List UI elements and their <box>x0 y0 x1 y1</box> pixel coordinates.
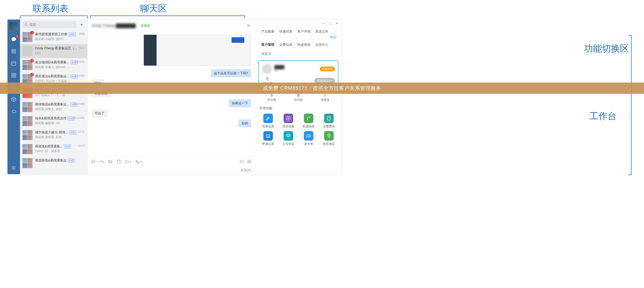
svg-rect-8 <box>12 76 13 77</box>
contact-item[interactable]: 佳美&易境通系统合作外部易境通-杨丽蓉: OK50分钟前 <box>20 114 87 128</box>
nav-contacts-icon[interactable] <box>11 48 17 55</box>
list-icon[interactable] <box>247 159 252 164</box>
add-member-icon[interactable] <box>247 24 251 28</box>
message-image[interactable] <box>144 35 251 66</box>
message-bubble: 这个品名可以改一下吗? <box>211 69 251 77</box>
send-button[interactable]: 发送(S) <box>240 168 251 172</box>
unread-badge: 1 <box>30 31 34 34</box>
tab-运费估算[interactable]: 运费估算 <box>277 41 295 48</box>
search-input[interactable]: 搜索 <box>23 22 76 28</box>
nav-chat-badge: 6 <box>16 35 19 38</box>
nav-chat-icon[interactable]: 6 <box>11 36 17 43</box>
stat-item[interactable]: 0待付款 <box>294 93 303 102</box>
bracket-side <box>628 35 631 175</box>
function-上传凭证[interactable]: 上传凭证 <box>279 131 298 146</box>
svg-rect-37 <box>327 117 330 120</box>
contact-avatar <box>23 158 33 168</box>
contact-time: 1分钟前 <box>75 60 85 64</box>
contact-item[interactable]: 1豪鸿易境通系统工作群外部易境通-吴端莹: [图片]刚刚 <box>20 30 87 44</box>
contact-name: 易非通达&易境通集运... <box>35 74 69 79</box>
contact-name: 易选路线&易境通集运 <box>35 158 67 163</box>
contact-avatar: 3 <box>23 60 33 70</box>
image-icon[interactable] <box>108 159 113 164</box>
tab-自定义[interactable]: 自定义 <box>259 50 274 57</box>
function-完善信息[interactable]: 完善信息 <box>258 114 278 129</box>
svg-rect-9 <box>14 76 16 77</box>
function-轨迹追踪[interactable]: 轨迹追踪 <box>299 114 318 129</box>
nav-box-icon[interactable] <box>11 96 17 103</box>
stat-item[interactable]: 0待签收 <box>321 93 330 102</box>
contact-item[interactable]: 易派送&易境通集...外部GARY: 好，我看看14:57 <box>20 142 87 156</box>
svg-point-36 <box>309 117 310 117</box>
send-row: 发送(S) <box>88 166 255 174</box>
contact-time: 14:57 <box>78 144 85 147</box>
svg-point-21 <box>94 161 94 161</box>
calc-icon <box>324 114 334 123</box>
collapse-button[interactable]: 收起 ^ <box>330 35 338 39</box>
functions-title: 常用功能 <box>255 105 341 112</box>
pin-icon <box>324 131 334 141</box>
member-name: ████ <box>274 65 317 69</box>
doc-icon[interactable] <box>117 159 121 164</box>
emoji-icon[interactable] <box>91 159 96 164</box>
svg-rect-1 <box>14 50 16 51</box>
my-avatar[interactable] <box>10 22 18 31</box>
phone-icon[interactable]: ▾ <box>135 159 142 164</box>
tab-运营中心[interactable]: 运营中心 <box>313 41 331 48</box>
svg-rect-40 <box>307 135 310 137</box>
contact-list[interactable]: 1豪鸿易境通系统工作群外部易境通-吴端莹: [图片]刚刚Cindy Cheng-… <box>20 30 87 174</box>
contact-item[interactable]: 3速达猫国际&易境通集...外部易境通-张佩儿: @llooll …1分钟前 <box>20 58 87 72</box>
tab-跟进记录[interactable]: 跟进记录 <box>313 28 331 35</box>
quote-icon[interactable] <box>240 159 244 164</box>
contact-avatar <box>23 46 33 56</box>
contact-tag: 外部 <box>68 159 75 162</box>
bracket-chat <box>90 16 245 19</box>
svg-rect-0 <box>12 50 14 51</box>
maximize-button[interactable]: □ <box>329 21 331 25</box>
close-button[interactable]: ✕ <box>335 21 338 25</box>
function-添加包裹[interactable]: 添加包裹 <box>279 114 298 129</box>
add-button[interactable]: + <box>78 22 85 28</box>
function-label: 完善信息 <box>262 124 274 129</box>
nav-apps-icon[interactable] <box>11 72 17 79</box>
tab-客户详情[interactable]: 客户详情 <box>295 28 313 35</box>
minimize-button[interactable]: — <box>322 21 325 25</box>
svg-rect-4 <box>12 62 16 66</box>
window-controls: — □ ✕ <box>255 20 341 27</box>
contact-tag: 外部 <box>64 145 71 148</box>
function-申请出库[interactable]: 申请出库 <box>258 131 278 146</box>
tab-快递查询[interactable]: 快递查询 <box>295 41 313 48</box>
contact-item[interactable]: 城市速递大鑫仓-易境...外部易境通-梁明莲: 好的15:31 <box>20 128 87 142</box>
nav-menu-icon[interactable] <box>11 165 17 171</box>
svg-rect-25 <box>240 160 244 162</box>
function-label: 添加包裹 <box>282 124 294 129</box>
plus-box-icon <box>284 114 293 123</box>
svg-line-15 <box>27 25 28 26</box>
search-icon <box>25 23 28 27</box>
function-label: 申请出库 <box>262 142 274 146</box>
tab-快捷回复[interactable]: 快捷回复 <box>277 28 295 35</box>
tabs-row-2: 客户管理运费估算快递查询运营中心 <box>255 40 341 49</box>
message-list[interactable]: 这个品名可以改一下吗?可以你随便改你再试一下可以了好的 <box>88 32 255 157</box>
nav-calendar-icon[interactable] <box>11 60 17 67</box>
tab-客户管理[interactable]: 客户管理 <box>259 41 277 48</box>
contact-avatar <box>23 144 33 154</box>
functions-grid: 完善信息添加包裹轨迹追踪运费查询申请出库上传凭证发卡券收货地址 <box>255 112 341 148</box>
tab-产品图册[interactable]: 产品图册 <box>259 28 277 35</box>
function-运费查询[interactable]: 运费查询 <box>319 114 338 129</box>
function-label: 收货地址 <box>323 142 335 146</box>
function-收货地址[interactable]: 收货地址 <box>319 131 338 146</box>
function-发卡券[interactable]: 发卡券 <box>299 131 318 146</box>
contact-item[interactable]: 易转物流&易境通集运...外部易境通-张佩儿: 好的46分钟前 <box>20 100 87 114</box>
contact-name: 佳美&易境通系统合作 <box>35 116 67 121</box>
stat-item[interactable]: 0待分拣 <box>267 93 276 102</box>
contact-item[interactable]: 易选路线&易境通集运外部 <box>20 156 87 170</box>
chat-title: Cindy Cheng ███████... <box>92 24 139 28</box>
out-icon <box>263 131 273 141</box>
scissors-icon[interactable]: ✂▾ <box>100 159 104 164</box>
contact-item[interactable]: Cindy Cheng-香港集运王（...好的6/12 <box>20 44 87 58</box>
member-number: 21 <box>274 69 317 73</box>
nav-cloud-icon[interactable] <box>11 108 17 115</box>
folder-icon[interactable]: ▾ <box>125 159 131 164</box>
search-placeholder: 搜索 <box>30 23 36 27</box>
